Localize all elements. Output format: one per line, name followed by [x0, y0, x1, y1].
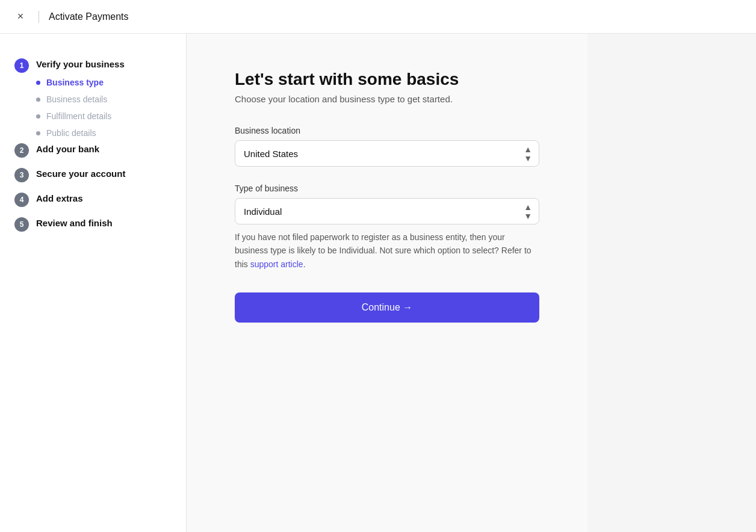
sidebar-step-4[interactable]: 4 Add extras [14, 192, 172, 207]
right-panel [587, 34, 756, 532]
sidebar-step-1[interactable]: 1 Verify your business [14, 58, 172, 73]
sidebar-steps: 1 Verify your business Business type Bus… [14, 58, 172, 237]
business-location-label: Business location [235, 126, 539, 135]
business-location-section: Business location United States Canada U… [235, 126, 539, 167]
support-article-link[interactable]: support article [250, 259, 303, 269]
step-2-badge: 2 [14, 143, 29, 158]
sub-dot-business-details [36, 97, 40, 102]
step-4-label: Add extras [36, 192, 83, 203]
sub-item-business-type[interactable]: Business type [36, 78, 172, 87]
step-5-label: Review and finish [36, 217, 113, 228]
type-of-business-wrapper: Individual Sole Proprietor LLC Corporati… [235, 198, 539, 224]
sub-dot-business-type [36, 81, 40, 85]
header-divider [39, 11, 39, 23]
sub-label-public-details: Public details [46, 128, 96, 138]
sidebar-step-3[interactable]: 3 Secure your account [14, 167, 172, 182]
business-location-select[interactable]: United States Canada United Kingdom Aust… [235, 140, 539, 167]
step-1-label: Verify your business [36, 58, 125, 69]
sub-item-fulfillment-details[interactable]: Fulfillment details [36, 111, 172, 121]
header-title: Activate Payments [49, 11, 129, 22]
sub-label-fulfillment-details: Fulfillment details [46, 111, 111, 121]
step-4-badge: 4 [14, 193, 29, 207]
step-1-badge: 1 [14, 58, 29, 73]
continue-button[interactable]: Continue → [235, 292, 539, 323]
sub-label-business-details: Business details [46, 94, 107, 104]
content-area: Let's start with some basics Choose your… [187, 34, 587, 532]
header: × Activate Payments [0, 0, 756, 34]
step-2-label: Add your bank [36, 143, 99, 154]
step-5-badge: 5 [14, 217, 29, 232]
close-button[interactable]: × [12, 8, 29, 25]
content-inner: Let's start with some basics Choose your… [235, 70, 539, 323]
page-subheading: Choose your location and business type t… [235, 94, 539, 104]
sidebar-step-5[interactable]: 5 Review and finish [14, 217, 172, 232]
page-heading: Let's start with some basics [235, 70, 539, 89]
sub-label-business-type: Business type [46, 78, 104, 87]
business-location-wrapper: United States Canada United Kingdom Aust… [235, 140, 539, 167]
sidebar: 1 Verify your business Business type Bus… [0, 34, 187, 532]
sub-dot-public-details [36, 131, 40, 135]
sub-dot-fulfillment-details [36, 114, 40, 119]
step-3-badge: 3 [14, 168, 29, 182]
type-of-business-section: Type of business Individual Sole Proprie… [235, 184, 539, 271]
sidebar-step-2[interactable]: 2 Add your bank [14, 143, 172, 158]
main-layout: 1 Verify your business Business type Bus… [0, 34, 756, 532]
sub-item-business-details[interactable]: Business details [36, 94, 172, 104]
type-of-business-select[interactable]: Individual Sole Proprietor LLC Corporati… [235, 198, 539, 224]
type-of-business-label: Type of business [235, 184, 539, 193]
step-3-label: Secure your account [36, 167, 125, 179]
step-1-sub-items: Business type Business details Fulfillme… [36, 78, 172, 138]
helper-text: If you have not filed paperwork to regis… [235, 230, 539, 271]
sub-item-public-details[interactable]: Public details [36, 128, 172, 138]
